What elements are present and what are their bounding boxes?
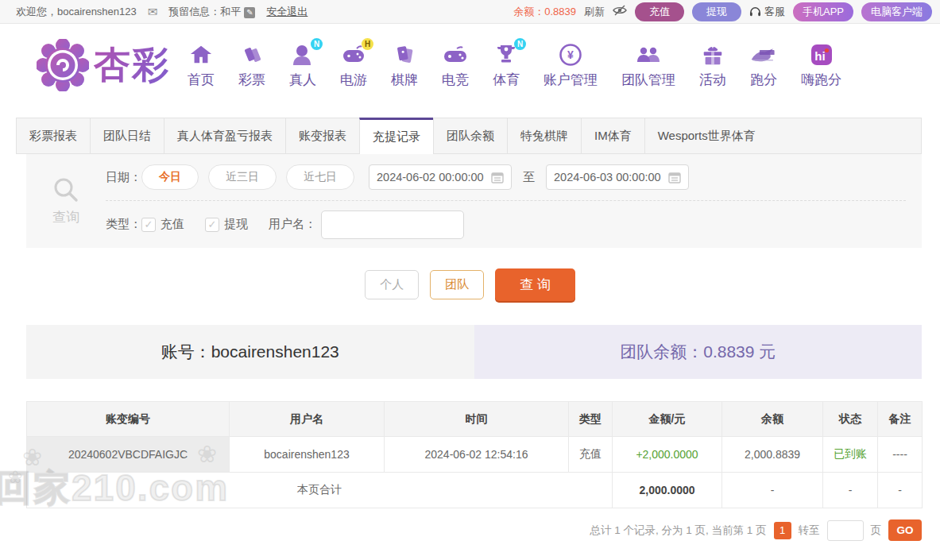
- tab-live-sports-pnl[interactable]: 真人体育盈亏报表: [164, 118, 285, 153]
- table-row: 20240602VBCDFAIGJC bocairenshen123 2024-…: [27, 437, 923, 473]
- main-header: 杏彩 首页 彩票 N 真人: [0, 24, 940, 106]
- calendar-icon: [668, 172, 681, 183]
- tab-im-sports[interactable]: IM体育: [581, 118, 644, 153]
- date-to-input[interactable]: 2024-06-03 00:00:00: [546, 164, 689, 190]
- nav-item-live[interactable]: N 真人: [289, 41, 316, 89]
- nav-item-promotions[interactable]: 活动: [699, 41, 726, 89]
- eye-slash-icon[interactable]: [613, 5, 627, 18]
- tab-wesports[interactable]: Wesports世界体育: [644, 118, 768, 153]
- filter-panel: 查询 日期： 今日 近三日 近七日 2024-06-02 00:00:00 至 …: [26, 154, 922, 248]
- headset-icon: [749, 6, 761, 17]
- tab-account-change[interactable]: 账变报表: [285, 118, 359, 153]
- page-1-button[interactable]: 1: [774, 522, 791, 539]
- table-header-row: 账变编号 用户名 时间 类型 金额/元 余额 状态 备注: [27, 402, 923, 437]
- message-icon[interactable]: ✉: [148, 5, 158, 19]
- query-submit-button[interactable]: 查 询: [495, 268, 575, 301]
- gamepad-icon: H: [340, 41, 367, 68]
- account-number: 账号：bocairenshen123: [26, 325, 474, 379]
- main-nav: 首页 彩票 N 真人 H 电游: [188, 41, 841, 89]
- cell-note: ----: [878, 437, 923, 473]
- col-note: 备注: [878, 402, 923, 437]
- checkbox-withdraw[interactable]: ✓ 提现: [205, 217, 248, 232]
- team-people-icon: [635, 41, 662, 68]
- site-logo[interactable]: 杏彩: [37, 39, 170, 91]
- nav-item-home[interactable]: 首页: [188, 41, 215, 89]
- nav-item-paofen[interactable]: 跑分: [750, 41, 777, 89]
- personal-scope-button[interactable]: 个人: [365, 270, 419, 299]
- date-label: 日期：: [106, 170, 141, 185]
- refresh-link[interactable]: 刷新: [584, 5, 605, 19]
- deposit-button[interactable]: 充值: [635, 2, 684, 21]
- nav-item-lottery[interactable]: 彩票: [238, 41, 265, 89]
- withdraw-button[interactable]: 提现: [692, 2, 741, 21]
- date-to-value: 2024-06-03 00:00:00: [554, 171, 661, 183]
- cell-balance: 2,000.8839: [722, 437, 823, 473]
- col-change-id: 账变编号: [27, 402, 230, 437]
- goto-page-input[interactable]: [827, 520, 864, 541]
- tab-tetu-boardgames[interactable]: 特兔棋牌: [507, 118, 581, 153]
- cell-time: 2024-06-02 12:54:16: [385, 437, 569, 473]
- nav-label: 电竞: [442, 71, 469, 89]
- nav-item-esports[interactable]: 电竞: [442, 41, 469, 89]
- nav-label: 跑分: [750, 71, 777, 89]
- date-from-input[interactable]: 2024-06-02 00:00:00: [369, 164, 512, 190]
- search-icon: [52, 176, 79, 203]
- home-icon: [188, 41, 215, 68]
- nav-label: 电游: [340, 71, 367, 89]
- welcome-text: 欢迎您，bocairenshen123: [16, 5, 137, 19]
- cell-amount: +2,000.0000: [613, 437, 722, 473]
- query-icon-label: 查询: [52, 208, 79, 226]
- balance-text: 余额：0.8839: [513, 5, 576, 19]
- cell-change-id: 20240602VBCDFAIGJC: [27, 437, 230, 473]
- type-label: 类型：: [106, 217, 141, 232]
- summary-amount: 2,000.0000: [613, 473, 722, 508]
- logout-link[interactable]: 安全退出: [266, 5, 308, 19]
- nav-item-sports[interactable]: N 体育: [493, 41, 520, 89]
- nav-item-boardgames[interactable]: 棋牌: [391, 41, 418, 89]
- team-scope-button[interactable]: 团队: [430, 270, 484, 299]
- summary-status: -: [823, 473, 878, 508]
- pagination-info: 总计 1 个记录, 分为 1 页, 当前第 1 页: [590, 523, 766, 538]
- customer-service[interactable]: 客服: [749, 5, 785, 19]
- nav-item-team[interactable]: 团队管理: [621, 41, 675, 89]
- cards-icon: [391, 41, 418, 68]
- pc-client-button[interactable]: 电脑客户端: [861, 2, 932, 21]
- reserved-info-text: 预留信息：和平: [168, 6, 241, 17]
- badge-n: N: [514, 38, 526, 50]
- edit-icon[interactable]: ✎: [244, 7, 255, 18]
- nav-item-hi-paofen[interactable]: hi 嗨跑分: [801, 41, 841, 89]
- nav-item-account[interactable]: ¥ 账户管理: [543, 41, 598, 89]
- tab-lottery-report[interactable]: 彩票报表: [16, 118, 90, 153]
- col-time: 时间: [385, 402, 569, 437]
- report-tabs: 彩票报表 团队日结 真人体育盈亏报表 账变报表 充提记录 团队余额 特兔棋牌 I…: [16, 118, 922, 154]
- tab-team-daily[interactable]: 团队日结: [90, 118, 164, 153]
- username-input[interactable]: [321, 210, 464, 239]
- go-button[interactable]: GO: [888, 519, 922, 541]
- reserved-info: 预留信息：和平✎: [168, 5, 255, 19]
- tab-deposit-withdraw-records[interactable]: 充提记录: [359, 118, 433, 154]
- checkbox-icon: ✓: [141, 218, 156, 232]
- nav-item-egames[interactable]: H 电游: [340, 41, 367, 89]
- checkbox-deposit[interactable]: ✓ 充值: [141, 217, 184, 232]
- preset-today[interactable]: 今日: [141, 164, 199, 190]
- col-status: 状态: [823, 402, 878, 437]
- yuan-coin-icon: ¥: [557, 41, 584, 68]
- watermark-flower-icon: ❀: [8, 467, 22, 488]
- paofen-logo-icon: [750, 41, 777, 68]
- nav-label: 团队管理: [621, 71, 675, 89]
- tab-team-balance[interactable]: 团队余额: [433, 118, 507, 153]
- hi-paofen-icon: hi: [808, 41, 835, 68]
- badge-n: N: [311, 38, 323, 50]
- nav-label: 棋牌: [391, 71, 418, 89]
- page: 欢迎您，bocairenshen123 ✉ 预留信息：和平✎ 安全退出 余额：0…: [0, 0, 940, 560]
- tabstrip-filler: [768, 118, 921, 153]
- calendar-icon: [491, 172, 504, 183]
- account-summary-bar: 账号：bocairenshen123 团队余额：0.8839 元: [26, 325, 922, 379]
- topbar: 欢迎您，bocairenshen123 ✉ 预留信息：和平✎ 安全退出 余额：0…: [0, 0, 940, 24]
- date-filter-row: 日期： 今日 近三日 近七日 2024-06-02 00:00:00 至 202…: [106, 154, 906, 201]
- col-balance: 余额: [722, 402, 823, 437]
- team-balance: 团队余额：0.8839 元: [474, 325, 923, 379]
- mobile-app-button[interactable]: 手机APP: [793, 2, 853, 21]
- preset-last7days[interactable]: 近七日: [286, 164, 354, 190]
- preset-last3days[interactable]: 近三日: [208, 164, 277, 190]
